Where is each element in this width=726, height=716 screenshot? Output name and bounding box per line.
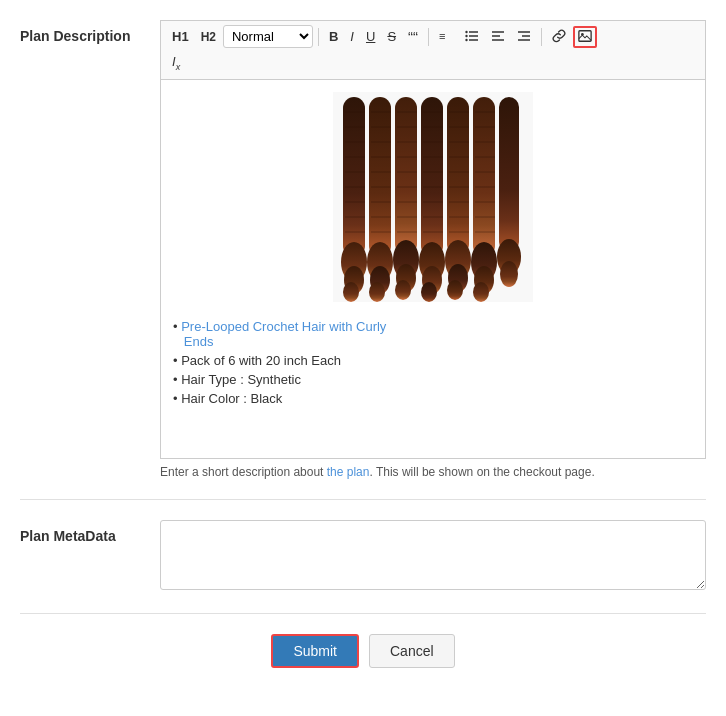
toolbar-row2: Ix xyxy=(167,52,699,75)
submit-button[interactable]: Submit xyxy=(271,634,359,668)
toolbar-sep-3 xyxy=(541,28,542,46)
hair-image xyxy=(333,92,533,302)
svg-rect-16 xyxy=(343,97,365,257)
svg-point-4 xyxy=(465,34,467,36)
section-divider xyxy=(20,499,706,500)
svg-text:≡: ≡ xyxy=(439,30,445,42)
help-text-link: the plan xyxy=(327,465,370,479)
svg-point-19 xyxy=(343,282,359,302)
unordered-list-button[interactable] xyxy=(460,26,484,48)
align-right-button[interactable] xyxy=(512,26,536,48)
bottom-divider xyxy=(20,613,706,614)
form-buttons: Submit Cancel xyxy=(20,634,706,668)
svg-point-6 xyxy=(465,38,467,40)
bold-button[interactable]: B xyxy=(324,27,343,46)
svg-point-2 xyxy=(465,30,467,32)
svg-point-32 xyxy=(369,282,385,302)
plan-description-label: Plan Description xyxy=(20,20,160,44)
description-bullet-list: Pre-Looped Crochet Hair with Curly Ends … xyxy=(173,317,693,408)
clear-format-button[interactable]: Ix xyxy=(167,52,185,75)
format-select[interactable]: Normal Heading 1 Heading 2 Heading 3 xyxy=(223,25,313,48)
help-text: Enter a short description about the plan… xyxy=(160,465,706,479)
underline-button[interactable]: U xyxy=(361,27,380,46)
bullet-item-1: Pack of 6 with 20 inch Each xyxy=(173,351,693,370)
toolbar-sep-2 xyxy=(428,28,429,46)
bullet-item-3: Hair Color : Black xyxy=(173,389,693,408)
svg-rect-42 xyxy=(395,97,417,255)
svg-rect-81 xyxy=(473,97,495,257)
metadata-wrap xyxy=(160,520,706,593)
bullet-item-2: Hair Type : Synthetic xyxy=(173,370,693,389)
bullet-item-0: Pre-Looped Crochet Hair with Curly Ends xyxy=(173,317,693,351)
svg-point-96 xyxy=(500,261,518,287)
plan-metadata-row: Plan MetaData xyxy=(20,520,706,593)
editor-wrap: H1 H2 Normal Heading 1 Heading 2 Heading… xyxy=(160,20,706,479)
svg-point-71 xyxy=(447,280,463,300)
svg-rect-13 xyxy=(579,30,591,41)
align-left-button[interactable] xyxy=(486,26,510,48)
h1-button[interactable]: H1 xyxy=(167,27,194,46)
editor-toolbar: H1 H2 Normal Heading 1 Heading 2 Heading… xyxy=(160,20,706,79)
editor-content[interactable]: Pre-Looped Crochet Hair with Curly Ends … xyxy=(160,79,706,459)
cancel-button[interactable]: Cancel xyxy=(369,634,455,668)
svg-rect-55 xyxy=(421,97,443,257)
ordered-list-button[interactable]: ≡ xyxy=(434,26,458,48)
svg-rect-29 xyxy=(369,97,391,257)
toolbar-sep-1 xyxy=(318,28,319,46)
svg-rect-94 xyxy=(499,97,519,252)
plan-metadata-label: Plan MetaData xyxy=(20,520,160,544)
svg-point-58 xyxy=(421,282,437,302)
italic-button[interactable]: I xyxy=(345,27,359,46)
editor-image-container xyxy=(173,92,693,305)
metadata-input[interactable] xyxy=(160,520,706,590)
h2-button[interactable]: H2 xyxy=(196,28,221,46)
blockquote-button[interactable]: ““ xyxy=(403,26,423,47)
plan-description-row: Plan Description H1 H2 Normal Heading 1 … xyxy=(20,20,706,479)
svg-rect-68 xyxy=(447,97,469,255)
svg-point-45 xyxy=(395,280,411,300)
svg-point-84 xyxy=(473,282,489,302)
image-button[interactable] xyxy=(573,26,597,48)
link-button[interactable] xyxy=(547,26,571,48)
strikethrough-button[interactable]: S xyxy=(382,27,401,46)
